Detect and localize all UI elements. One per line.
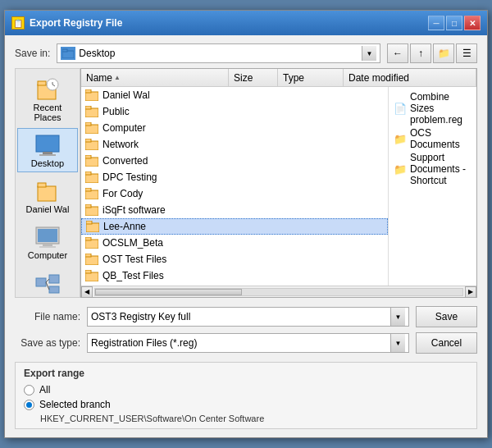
file-name-text: For Cody [102, 188, 143, 199]
right-file-name: OCS Documents [410, 127, 472, 150]
list-item[interactable]: QB_Test Files [81, 267, 388, 284]
list-item[interactable]: DPC Testing [81, 169, 388, 185]
save-in-dropdown-arrow[interactable]: ▼ [362, 46, 376, 61]
export-range-title: Export range [24, 368, 468, 379]
file-list-right: 📄Combine Sizes problem.reg📁OCS Documents… [389, 87, 476, 286]
list-item[interactable]: 📄Combine Sizes problem.reg [392, 90, 473, 126]
svg-rect-22 [85, 89, 91, 93]
title-controls: ─ □ ✕ [428, 16, 481, 30]
export-registry-dialog: 📋 Export Registry File ─ □ ✕ Save in: De… [4, 10, 488, 438]
save-as-combo[interactable]: Registration Files (*.reg) ▼ [87, 333, 409, 353]
sidebar-item-recent[interactable]: Recent Places [17, 72, 78, 126]
svg-rect-31 [85, 174, 98, 183]
sidebar: Recent Places Desktop [15, 68, 80, 298]
sidebar-item-computer[interactable]: Computer [17, 220, 78, 264]
daniel-icon [33, 178, 62, 204]
list-item[interactable]: Converted [81, 153, 388, 169]
up-button[interactable]: ↑ [410, 43, 431, 63]
list-item[interactable]: 📁Support Documents - Shortcut [392, 151, 473, 187]
svg-rect-10 [38, 186, 56, 201]
file-name-field-row: File name: OST3 Registry Key full ▼ [15, 306, 409, 327]
scroll-track[interactable] [94, 288, 463, 296]
save-as-row: Save as type: Registration Files (*.reg)… [15, 332, 477, 354]
list-item[interactable]: Network [81, 136, 388, 153]
col-header-type[interactable]: Type [278, 69, 344, 86]
minimize-button[interactable]: ─ [428, 16, 444, 30]
title-bar-left: 📋 Export Registry File [11, 16, 122, 30]
scroll-left-button[interactable]: ◀ [81, 286, 93, 298]
save-button[interactable]: Save [416, 306, 477, 327]
svg-rect-34 [85, 188, 91, 191]
list-item[interactable]: Lee-Anne [81, 218, 388, 235]
radio-all[interactable] [24, 385, 34, 395]
col-header-size[interactable]: Size [229, 69, 278, 86]
svg-line-20 [46, 282, 49, 290]
list-item[interactable]: OCSLM_Beta [81, 235, 388, 251]
recent-icon [33, 76, 62, 103]
sidebar-item-desktop[interactable]: Desktop [17, 128, 78, 172]
svg-rect-30 [85, 155, 91, 158]
svg-rect-40 [85, 237, 91, 240]
list-item[interactable]: Public [81, 103, 388, 120]
list-item[interactable]: Daniel Wal [81, 87, 388, 103]
folder-icon [84, 89, 99, 102]
svg-rect-32 [85, 171, 91, 175]
save-as-label: Save as type: [15, 337, 80, 349]
maximize-button[interactable]: □ [446, 16, 462, 30]
svg-rect-15 [39, 246, 56, 248]
svg-rect-43 [85, 272, 98, 281]
radio-selected[interactable] [24, 400, 34, 410]
sidebar-item-daniel[interactable]: Daniel Wal [17, 174, 78, 218]
svg-rect-21 [85, 92, 98, 101]
file-list-left: Daniel WalPublicComputerNetworkConverted… [81, 87, 389, 286]
scroll-thumb[interactable] [95, 289, 242, 295]
folder-icon [84, 253, 99, 266]
file-name-text: Lee-Anne [103, 221, 146, 232]
horizontal-scrollbar[interactable]: ◀ ▶ [81, 286, 476, 297]
scroll-right-button[interactable]: ▶ [465, 286, 476, 298]
list-item[interactable]: Computer [81, 120, 388, 136]
sidebar-label-recent: Recent Places [20, 103, 75, 122]
file-name-dropdown[interactable]: ▼ [390, 308, 405, 326]
list-item[interactable]: OST Test Files [81, 251, 388, 267]
view-button[interactable]: ☰ [456, 43, 477, 63]
svg-rect-28 [85, 139, 91, 142]
file-name-text: QB_Test Files [102, 270, 164, 281]
svg-rect-24 [85, 106, 91, 109]
reg-file-icon: 📄 [394, 103, 407, 115]
radio-selected-row: Selected branch [24, 399, 468, 410]
radio-all-row: All [24, 384, 468, 395]
file-list-container: Name ▲ Size Type Date modified [80, 68, 477, 298]
close-button[interactable]: ✕ [464, 16, 481, 30]
svg-rect-25 [85, 125, 98, 134]
col-header-name[interactable]: Name ▲ [81, 69, 229, 86]
sidebar-item-network[interactable]: Network [17, 266, 78, 298]
dialog-body: Save in: Desktop ▼ ← ↑ 📁 ☰ [5, 35, 487, 437]
list-item[interactable]: 📁OCS Documents [392, 126, 473, 151]
svg-rect-41 [85, 256, 98, 265]
list-item[interactable]: For Cody [81, 185, 388, 202]
svg-rect-13 [38, 229, 57, 242]
col-header-date[interactable]: Date modified [344, 69, 476, 86]
file-name-text: OST Test Files [102, 254, 166, 265]
save-in-value: Desktop [79, 48, 362, 59]
file-name-text: Network [102, 139, 139, 150]
cancel-button[interactable]: Cancel [416, 332, 477, 354]
save-in-combo[interactable]: Desktop ▼ [57, 43, 380, 63]
back-button[interactable]: ← [387, 43, 408, 63]
list-item[interactable]: iSqFt software [81, 202, 388, 218]
dialog-title: Export Registry File [30, 17, 122, 29]
folder-icon [84, 187, 99, 200]
registry-path: HKEY_CURRENT_USER\Software\On Center Sof… [40, 414, 468, 423]
save-as-dropdown[interactable]: ▼ [390, 334, 405, 352]
svg-rect-9 [39, 154, 56, 156]
save-in-label: Save in: [15, 48, 50, 59]
folder-icon [84, 203, 99, 217]
computer-sidebar-icon [33, 224, 62, 250]
new-folder-button[interactable]: 📁 [433, 43, 454, 63]
file-name-combo[interactable]: OST3 Registry Key full ▼ [87, 307, 409, 327]
svg-rect-7 [36, 135, 59, 152]
svg-rect-27 [85, 141, 98, 150]
radio-all-label: All [39, 384, 50, 395]
folder-icon [84, 171, 99, 184]
